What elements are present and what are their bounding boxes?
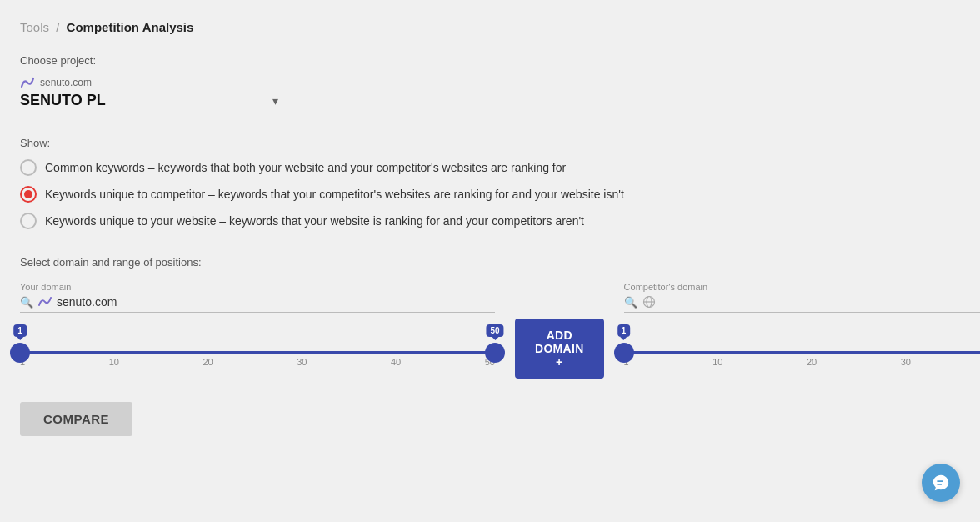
- slider-label-left-your: 1: [13, 324, 27, 337]
- competitor-domain-input[interactable]: [661, 295, 980, 309]
- your-domain-slider-handle-right[interactable]: 50: [485, 343, 505, 363]
- competitor-domain-input-row: 🔍: [624, 295, 980, 313]
- globe-icon: [642, 295, 656, 309]
- domains-row: Your domain 🔍 1: [20, 282, 960, 379]
- competitor-domain-slider[interactable]: 1 50 1 10 20 30 40 50: [624, 328, 980, 367]
- your-domain-slider-handle-left[interactable]: 1: [10, 343, 30, 363]
- your-domain-slider-track: 1 50: [20, 351, 495, 354]
- breadcrumb-current: Competition Analysis: [67, 20, 194, 34]
- breadcrumb: Tools / Competition Analysis: [20, 20, 960, 34]
- tick-30: 30: [297, 357, 307, 367]
- tick-10: 10: [109, 357, 119, 367]
- main-content: Tools / Competition Analysis Choose proj…: [0, 0, 980, 456]
- radio-group: Common keywords – keywords that both you…: [20, 159, 960, 229]
- your-domain-slider[interactable]: 1 50 1 10 20 30 40 50: [20, 328, 495, 367]
- your-domain-tick-labels: 1 10 20 30 40 50: [20, 357, 495, 367]
- project-selector[interactable]: senuto.com SENUTO PL ▾: [20, 75, 278, 113]
- your-domain-search-icon: 🔍: [20, 296, 33, 309]
- slider-label-right-your: 50: [486, 324, 503, 337]
- radio-label-unique-competitor: Keywords unique to competitor – keywords…: [45, 188, 624, 201]
- comp-tick-10: 10: [712, 357, 722, 367]
- your-domain-input[interactable]: [57, 295, 495, 309]
- radio-circle-unique-yours: [20, 213, 37, 229]
- domain-range-label: Select domain and range of positions:: [20, 256, 960, 269]
- your-domain-input-row: 🔍: [20, 295, 495, 313]
- comp-tick-20: 20: [807, 357, 817, 367]
- project-logo-row: senuto.com: [20, 75, 278, 90]
- tick-20: 20: [202, 357, 212, 367]
- choose-project-label: Choose project:: [20, 54, 960, 67]
- show-label: Show:: [20, 137, 960, 149]
- radio-label-unique-yours: Keywords unique to your website – keywor…: [45, 214, 584, 228]
- compare-button[interactable]: COMPARE: [20, 402, 132, 436]
- slider-label-left-competitor: 1: [618, 324, 631, 337]
- comp-tick-30: 30: [901, 357, 911, 367]
- competitor-domain-block: Competitor's domain 🔍 1: [624, 282, 980, 367]
- tick-40: 40: [391, 357, 401, 367]
- domain-range-section: Select domain and range of positions: Yo…: [20, 256, 960, 379]
- project-domain: senuto.com: [40, 77, 92, 88]
- competitor-domain-search-icon: 🔍: [624, 296, 638, 309]
- radio-unique-yours[interactable]: Keywords unique to your website – keywor…: [20, 213, 960, 229]
- radio-circle-common: [20, 159, 37, 176]
- competitor-domain-label: Competitor's domain: [624, 282, 980, 292]
- radio-unique-competitor[interactable]: Keywords unique to competitor – keywords…: [20, 186, 960, 203]
- radio-circle-unique-competitor: [20, 186, 37, 203]
- your-domain-logo-icon: [38, 295, 52, 309]
- your-domain-block: Your domain 🔍 1: [20, 282, 495, 367]
- project-name: SENUTO PL: [20, 92, 272, 109]
- add-domain-button[interactable]: ADD DOMAIN +: [515, 319, 604, 379]
- senuto-logo-icon: [20, 75, 35, 90]
- radio-common[interactable]: Common keywords – keywords that both you…: [20, 159, 960, 176]
- breadcrumb-parent: Tools: [20, 20, 49, 34]
- radio-label-common: Common keywords – keywords that both you…: [45, 161, 566, 174]
- project-select-row[interactable]: SENUTO PL ▾: [20, 92, 278, 113]
- your-domain-label: Your domain: [20, 282, 495, 292]
- dropdown-arrow-icon: ▾: [272, 94, 278, 108]
- chat-icon: [932, 474, 950, 492]
- competitor-domain-slider-handle-left[interactable]: 1: [614, 343, 634, 363]
- competitor-domain-slider-track: 1 50: [624, 351, 980, 354]
- competitor-domain-tick-labels: 1 10 20 30 40 50: [624, 357, 980, 367]
- chat-bubble[interactable]: [922, 464, 960, 502]
- breadcrumb-separator: /: [56, 20, 59, 34]
